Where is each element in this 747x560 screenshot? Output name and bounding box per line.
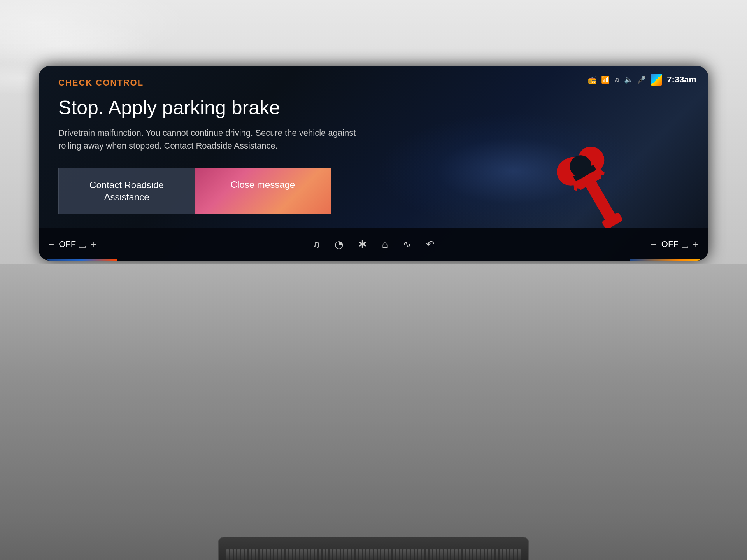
time-display: 7:33am — [667, 75, 696, 85]
left-seat-icon: ⎵ — [79, 238, 86, 250]
right-temp-display: OFF — [661, 239, 679, 249]
sim-icon: 📻 — [588, 75, 596, 84]
toolbar-music-icon[interactable]: ♫ — [311, 237, 322, 252]
vent-line — [226, 549, 229, 560]
toolbar-menu-icon[interactable]: ∿ — [401, 237, 413, 252]
vent-line — [282, 549, 284, 560]
left-temp-control: − OFF ⎵ + — [47, 237, 132, 252]
right-temp-plus[interactable]: + — [691, 237, 700, 252]
vent-line — [518, 549, 520, 560]
vent-line — [252, 549, 254, 560]
vent-line — [267, 549, 269, 560]
vent-line — [503, 549, 505, 560]
vent-line — [455, 549, 458, 560]
vent-line — [293, 549, 295, 560]
vent-line — [437, 549, 439, 560]
screen-display: CHECK CONTROL 📻 📶 ♫ 🔈 🎤 7:33am Stop. App… — [39, 66, 708, 261]
vent-line — [311, 549, 314, 560]
toolbar-fan-icon[interactable]: ✱ — [357, 237, 368, 252]
vent-line — [507, 549, 509, 560]
vent-line — [415, 549, 417, 560]
vent-line — [430, 549, 432, 560]
vent-line — [418, 549, 421, 560]
vent-line — [286, 549, 288, 560]
vent-line — [319, 549, 321, 560]
vent-line — [363, 549, 365, 560]
vent-line — [440, 549, 443, 560]
vent-line — [463, 549, 465, 560]
vent-line — [359, 549, 361, 560]
toolbar-back-icon[interactable]: ↶ — [424, 237, 436, 252]
music-icon: ♫ — [614, 76, 620, 84]
vent-line — [488, 549, 491, 560]
vent-line — [289, 549, 291, 560]
vent-line — [256, 549, 258, 560]
vent-line — [260, 549, 262, 560]
right-temp-bar — [630, 259, 700, 261]
vent-line — [333, 549, 336, 560]
vent-line — [315, 549, 317, 560]
vent-line — [426, 549, 428, 560]
vent-line — [407, 549, 410, 560]
right-temp-control: − OFF ⎵ + — [615, 237, 700, 252]
alert-title: Stop. Apply parking brake — [58, 97, 689, 119]
vent-line — [381, 549, 384, 560]
vent-line — [278, 549, 281, 560]
right-temp-minus[interactable]: − — [649, 237, 658, 252]
close-message-button[interactable]: Close message — [195, 168, 331, 214]
vent-line — [271, 549, 273, 560]
vent-line — [422, 549, 424, 560]
vent-grille — [218, 537, 529, 560]
vent-line — [234, 549, 236, 560]
check-control-label: CHECK CONTROL — [58, 78, 144, 88]
vent-line — [323, 549, 325, 560]
vent-line — [500, 549, 502, 560]
vent-line — [230, 549, 232, 560]
vent-line — [296, 549, 299, 560]
vent-line — [485, 549, 487, 560]
alert-description: Drivetrain malfunction. You cannot conti… — [58, 126, 362, 152]
vent-line — [459, 549, 461, 560]
vent-line — [337, 549, 339, 560]
left-temp-minus[interactable]: − — [47, 237, 56, 252]
lower-car-interior: RE NEW SPORTS CARS .COM 000-38594894 · 0… — [0, 264, 747, 560]
vent-line — [470, 549, 472, 560]
vent-line — [389, 549, 391, 560]
antenna-icon: 📶 — [601, 75, 610, 84]
vent-line — [304, 549, 306, 560]
left-temp-bar — [47, 259, 117, 261]
vent-line — [352, 549, 354, 560]
vent-line — [477, 549, 480, 560]
vent-line — [396, 549, 398, 560]
left-temp-plus[interactable]: + — [89, 237, 98, 252]
right-seat-icon: ⎵ — [682, 238, 688, 250]
vent-line — [330, 549, 332, 560]
vent-line — [411, 549, 413, 560]
toolbar-home-icon[interactable]: ⌂ — [380, 237, 389, 252]
action-buttons: Contact Roadside Assistance Close messag… — [58, 168, 331, 214]
vent-line — [370, 549, 373, 560]
vent-line — [378, 549, 380, 560]
toolbar-nav-icon[interactable]: ◔ — [333, 237, 345, 252]
vent-line — [514, 549, 517, 560]
contact-roadside-button[interactable]: Contact Roadside Assistance — [58, 168, 195, 214]
vent-line — [241, 549, 244, 560]
vent-line — [451, 549, 454, 560]
nav-map-icon — [651, 74, 662, 86]
left-temp-display: OFF — [59, 239, 76, 249]
vent-line — [356, 549, 358, 560]
vent-line — [274, 549, 277, 560]
vent-line — [263, 549, 266, 560]
vent-line — [492, 549, 494, 560]
volume-icon: 🔈 — [624, 75, 633, 84]
toolbar-center-nav: ♫ ◔ ✱ ⌂ ∿ ↶ — [132, 237, 615, 252]
mic-icon: 🎤 — [637, 75, 646, 84]
bottom-toolbar: − OFF ⎵ + ♫ ◔ ✱ ⌂ ∿ ↶ − OFF ⎵ + — [39, 228, 708, 261]
vent-line — [245, 549, 247, 560]
vent-line — [448, 549, 450, 560]
vent-line — [393, 549, 395, 560]
vent-line — [444, 549, 446, 560]
vent-line — [385, 549, 388, 560]
vent-line — [433, 549, 435, 560]
vent-line — [237, 549, 240, 560]
